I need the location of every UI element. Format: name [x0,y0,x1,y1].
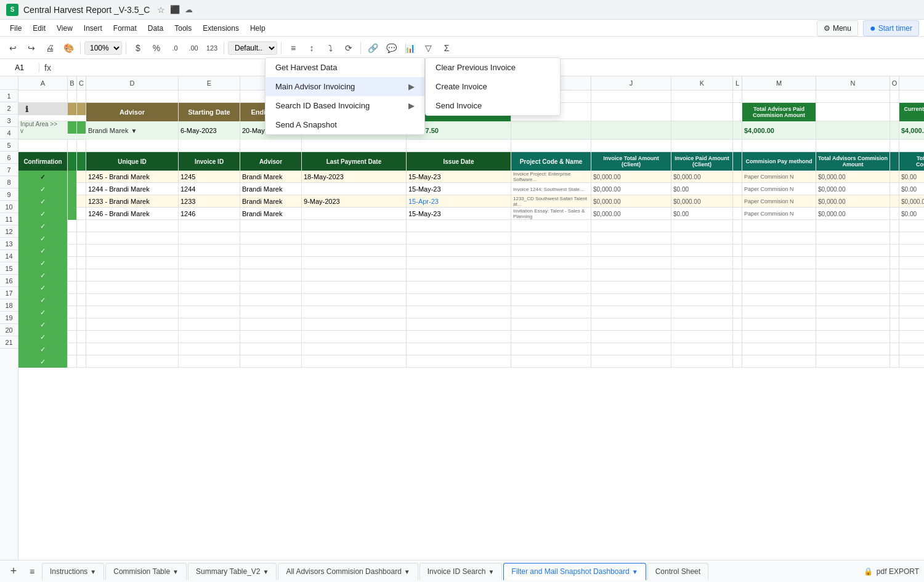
zoom-selector[interactable]: 100% 75% 125% [84,41,122,55]
cell-F19[interactable] [240,331,302,343]
tab-filter-mail[interactable]: Filter and Mail Snapshot Dashboard ▼ [503,563,646,580]
tab-instructions[interactable]: Instructions ▼ [42,563,104,580]
menu-help[interactable]: Help [245,23,270,34]
rotate-button[interactable]: ⟳ [341,40,357,56]
cell-D20[interactable] [86,343,179,355]
cell-I15[interactable] [511,281,591,294]
cell-F10[interactable] [240,220,302,232]
cell-l4[interactable] [733,140,742,152]
folder-icon[interactable]: ⬛ [170,5,180,14]
cell-G12[interactable] [302,245,407,257]
cell-N12[interactable] [816,245,890,257]
cell-O11[interactable] [890,232,899,245]
cell-D11[interactable] [86,232,179,245]
cell-o6[interactable] [890,171,899,183]
cell-N11[interactable] [816,232,890,245]
cell-H19[interactable] [407,331,511,343]
cell-K18[interactable] [671,318,733,331]
cell-F15[interactable] [240,281,302,294]
font-selector[interactable]: Default... Arial Times New Roman [228,41,277,55]
cell-I20[interactable] [511,343,591,355]
cell-O13[interactable] [890,257,899,269]
cell-o9[interactable] [890,208,899,220]
col-header-o[interactable]: O [890,76,899,90]
cell-a1[interactable] [18,91,68,103]
tab-control-sheet[interactable]: Control Sheet [647,563,708,580]
pdf-export-label[interactable]: pdf EXPORT [877,567,919,576]
cell-D10[interactable] [86,220,179,232]
cell-O21[interactable] [890,355,899,368]
cell-K17[interactable] [671,306,733,318]
cell-I10[interactable] [511,220,591,232]
cell-k3[interactable] [671,121,733,140]
menu-data[interactable]: Data [143,23,168,34]
cell-c5[interactable] [77,152,86,171]
col-header-n[interactable]: N [816,76,890,90]
cell-C17[interactable] [77,306,86,318]
cell-M13[interactable] [742,257,816,269]
tab-invoice-id-search[interactable]: Invoice ID Search ▼ [419,563,503,580]
cell-c9[interactable] [77,208,86,220]
cell-O15[interactable] [890,281,899,294]
filter-button[interactable]: ▽ [420,40,436,56]
cell-C12[interactable] [77,245,86,257]
cell-o2[interactable] [890,103,899,121]
cell-i3[interactable] [511,121,591,140]
currency-button[interactable]: $ [130,40,146,56]
cell-P16[interactable] [899,294,924,306]
tab-filter-arrow[interactable]: ▼ [632,568,638,575]
cell-H20[interactable] [407,343,511,355]
cell-g4[interactable] [302,140,407,152]
cell-l3[interactable] [733,121,742,140]
cell-G10[interactable] [302,220,407,232]
cell-J16[interactable] [591,294,671,306]
cell-O18[interactable] [890,318,899,331]
cell-J18[interactable] [591,318,671,331]
cell-H18[interactable] [407,318,511,331]
tab-summary-table[interactable]: Summary Table_V2 ▼ [188,563,277,580]
cell-E20[interactable] [179,343,240,355]
cell-P13[interactable] [899,257,924,269]
col-header-e[interactable]: E [179,76,240,90]
cell-B11[interactable] [68,232,77,245]
cell-p2-current-payment[interactable]: Current Commision Payment Amount [899,103,924,121]
advisor-dropdown-icon[interactable]: ▼ [131,127,137,134]
cell-p4[interactable] [899,140,924,152]
cell-l6[interactable] [733,171,742,183]
col-header-j[interactable]: J [591,76,671,90]
cell-D18[interactable] [86,318,179,331]
decimal2-button[interactable]: .00 [185,40,201,56]
cell-j4[interactable] [591,140,671,152]
cell-M21[interactable] [742,355,816,368]
cell-P11[interactable] [899,232,924,245]
cell-F16[interactable] [240,294,302,306]
cell-k2[interactable] [671,103,733,121]
cell-d2-advisor[interactable]: Advisor [86,103,179,121]
cell-B12[interactable] [68,245,77,257]
percent-button[interactable]: % [148,40,164,56]
cell-c2[interactable] [77,103,86,115]
cell-h4[interactable] [407,140,511,152]
cell-H14[interactable] [407,269,511,281]
cell-o8[interactable] [890,195,899,208]
cell-c7[interactable] [77,183,86,195]
menu-extensions[interactable]: Extensions [198,23,244,34]
cell-P21[interactable] [899,355,924,368]
cell-P14[interactable] [899,269,924,281]
col-header-l[interactable]: L [733,76,742,90]
cell-F17[interactable] [240,306,302,318]
link-button[interactable]: 🔗 [365,40,381,56]
cell-O20[interactable] [890,343,899,355]
cell-J21[interactable] [591,355,671,368]
cell-L11[interactable] [733,232,742,245]
cell-L15[interactable] [733,281,742,294]
cell-G17[interactable] [302,306,407,318]
cell-F14[interactable] [240,269,302,281]
cell-D14[interactable] [86,269,179,281]
cell-E13[interactable] [179,257,240,269]
cell-l8[interactable] [733,195,742,208]
cell-N13[interactable] [816,257,890,269]
cell-P18[interactable] [899,318,924,331]
cell-F18[interactable] [240,318,302,331]
cell-c3[interactable] [77,121,86,134]
